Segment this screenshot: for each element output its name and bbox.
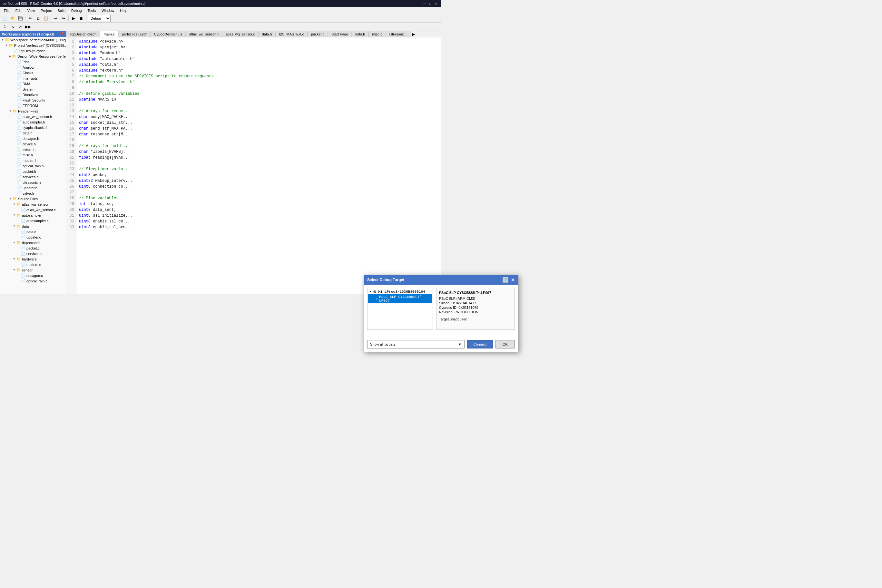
tree-item-header_files[interactable]: ▼📁Header Files	[0, 108, 66, 114]
tab-cybootasmgnu-s[interactable]: CyBootAsmGnu.s	[150, 31, 186, 37]
tree-item-services_c[interactable]: 📄services.c	[0, 251, 66, 256]
tree-item-updater_h[interactable]: 📄updater.h	[0, 185, 66, 190]
tree-item-dma[interactable]: 📄DMA	[0, 81, 66, 86]
label-optical_rain_h: optical_rain.h	[22, 164, 44, 168]
tree-arrow-sensor_grp: ▼	[13, 268, 15, 272]
tab-topdesign-cysch[interactable]: TopDesign.cysch	[66, 31, 100, 37]
menu-item-window[interactable]: Window	[99, 8, 117, 13]
tab-ultrasonic---[interactable]: ultrasonic...	[386, 31, 411, 37]
stop-btn[interactable]: ⏹	[78, 15, 85, 22]
select-debug-target-dialog[interactable]: Select Debug Target ? ✕ ▼ 🔌 MiniProg3/16…	[364, 274, 441, 294]
tree-item-analog[interactable]: 📄Analog	[0, 64, 66, 70]
tree-item-data_grp[interactable]: ▼📁data	[0, 224, 66, 229]
menu-item-debug[interactable]: Debug	[69, 8, 84, 13]
dialog-tree[interactable]: ▼ 🔌 MiniProg3/1636B8000164 ◆ PSoC 5LP CY…	[367, 288, 433, 294]
tab-data-h[interactable]: data.h	[258, 31, 276, 37]
cut-btn[interactable]: ✂	[27, 15, 34, 22]
tree-item-flash_security[interactable]: 📄Flash Security	[0, 98, 66, 103]
tree-item-atlas_wq_sensor_c[interactable]: 📄atlas_wq_sensor.c	[0, 207, 66, 213]
tree-arrow-source_files: ▼	[9, 197, 12, 200]
menu-item-build[interactable]: Build	[55, 8, 68, 13]
tree-item-autosampler_c[interactable]: 📄autosampler.c	[0, 218, 66, 224]
tree-item-directives[interactable]: 📄Directives	[0, 92, 66, 98]
tree-item-workspace[interactable]: ▼📁Workspace 'perfect-cell-000' (1 Proje.…	[0, 37, 66, 42]
tree-item-atlas_wq_sensor_grp[interactable]: ▼📁atlas_wq_sensor	[0, 201, 66, 207]
tree-item-optical_rain_h[interactable]: 📄optical_rain.h	[0, 163, 66, 169]
tree-item-cyapicallbacks_h[interactable]: 📄cyapicallbacks.h	[0, 125, 66, 130]
config-dropdown[interactable]: Debug Release	[88, 15, 111, 22]
tree-item-autosampler_grp[interactable]: ▼📁autosampler	[0, 213, 66, 218]
minimize-btn[interactable]: ─	[422, 1, 427, 6]
build-btn[interactable]: ▶	[70, 15, 77, 22]
copy-btn[interactable]: ⧉	[34, 15, 42, 22]
redo-btn[interactable]: ↪	[60, 15, 67, 22]
save-btn[interactable]: 💾	[17, 15, 24, 22]
tree-item-design_wide[interactable]: ▶📁Design Wide Resources (perfe...	[0, 54, 66, 59]
tree-item-extern_h[interactable]: 📄extern.h	[0, 147, 66, 152]
step-into-btn[interactable]: ↘	[9, 23, 16, 30]
tree-item-packet_c[interactable]: 📄packet.c	[0, 245, 66, 251]
sidebar-content[interactable]: ▼📁Workspace 'perfect-cell-000' (1 Proje.…	[0, 37, 66, 294]
tree-item-optical_rain_c[interactable]: 📄optical_rain.c	[0, 278, 66, 284]
tree-item-updater_c[interactable]: 📄updater.c	[0, 234, 66, 240]
tree-item-data_c[interactable]: 📄data.c	[0, 229, 66, 234]
tree-item-eeprom[interactable]: 📄EEPROM	[0, 103, 66, 108]
tree-item-modem_c[interactable]: 📄modem.c	[0, 262, 66, 267]
tree-item-valve_h[interactable]: 📄valve.h	[0, 190, 66, 196]
tree-item-pins[interactable]: 📄Pins	[0, 59, 66, 64]
tree-item-decagon_c[interactable]: 📄decagon.c	[0, 273, 66, 278]
label-device_h: device.h	[22, 142, 36, 146]
tree-item-deprecated_grp[interactable]: ▼📁deprecated	[0, 240, 66, 245]
step-out-btn[interactable]: ↗	[17, 23, 24, 30]
label-autosampler_grp: autosampler	[22, 213, 42, 217]
menu-item-edit[interactable]: Edit	[13, 8, 24, 13]
tree-item-atlas_wq_sensor_h[interactable]: 📄atlas_wq_sensor.h	[0, 114, 66, 119]
tree-item-misc_h[interactable]: 📄misc.h	[0, 152, 66, 158]
tree-item-clocks[interactable]: 📄Clocks	[0, 70, 66, 75]
tree-item-hardware_grp[interactable]: ▼📁hardware	[0, 256, 66, 262]
tab-data-h[interactable]: data.h	[352, 31, 369, 37]
tab-atlas-wq-sensor-h[interactable]: atlas_wq_sensor.h	[186, 31, 222, 37]
tab-packet-c[interactable]: packet.c	[308, 31, 328, 37]
tab-misc-c[interactable]: misc.c	[369, 31, 386, 37]
menu-item-file[interactable]: File	[1, 8, 12, 13]
code-editor[interactable]: 1 2 3 4 5 6 7 8 9 10 11 12 13 14 15 16 1…	[66, 38, 441, 294]
tree-item-ultrasonic_h[interactable]: 📄ultrasonic.h	[0, 180, 66, 185]
tree-item-services_h[interactable]: 📄services.h	[0, 174, 66, 180]
tree-item-autosampler_h[interactable]: 📄autosampler.h	[0, 119, 66, 125]
tree-item-decagon_h[interactable]: 📄decagon.h	[0, 136, 66, 141]
dialog-tree-item-miniprog[interactable]: ▼ 🔌 MiniProg3/1636B8000164	[368, 289, 432, 294]
continue-btn[interactable]: ▶▶	[24, 23, 32, 30]
menu-item-project[interactable]: Project	[38, 8, 54, 13]
tab-main-c[interactable]: main.c	[100, 31, 118, 37]
icon-packet_c: 📄	[21, 246, 26, 250]
tab-i2c-master-c[interactable]: I2C_MASTER.c	[275, 31, 308, 37]
icon-modem_c: 📄	[21, 262, 26, 267]
tree-item-sensor_grp[interactable]: ▼📁sensor	[0, 267, 66, 273]
tab-perfect-cell-cydr[interactable]: perfect-cell.cydr	[118, 31, 150, 37]
tree-item-packet_h[interactable]: 📄packet.h	[0, 169, 66, 174]
close-btn[interactable]: ✕	[434, 1, 438, 6]
tree-item-interrupts[interactable]: 📄Interrupts	[0, 75, 66, 81]
menu-item-view[interactable]: View	[25, 8, 38, 13]
tab-start-page[interactable]: Start Page	[328, 31, 352, 37]
tree-item-data_h[interactable]: 📄data.h	[0, 130, 66, 136]
step-over-btn[interactable]: ⤵	[1, 23, 8, 30]
tree-item-topdesign[interactable]: 📄TopDesign.cysch	[0, 48, 66, 54]
maximize-btn[interactable]: □	[428, 1, 433, 6]
paste-btn[interactable]: 📋	[42, 15, 50, 22]
tree-item-device_h[interactable]: 📄device.h	[0, 141, 66, 147]
menu-item-help[interactable]: Help	[117, 8, 130, 13]
code-content[interactable]: #include <device.h> #include <project.h>…	[76, 38, 441, 294]
tab-atlas-wq-sensor-c[interactable]: atlas_wq_sensor.c	[222, 31, 258, 37]
open-btn[interactable]: 📂	[9, 15, 16, 22]
tree-item-project[interactable]: ▼📁Project 'perfect-cell' [CY8C5888...	[0, 42, 66, 48]
tab-scroll-right-btn[interactable]: ▶	[411, 32, 416, 37]
tree-item-source_files[interactable]: ▼📁Source Files	[0, 196, 66, 201]
tree-item-modem_h[interactable]: 📄modem.h	[0, 158, 66, 163]
tree-arrow-data_grp: ▼	[13, 225, 15, 228]
new-btn[interactable]: 📄	[1, 15, 8, 22]
menu-item-tools[interactable]: Tools	[85, 8, 99, 13]
undo-btn[interactable]: ↩	[52, 15, 59, 22]
tree-item-system[interactable]: 📄System	[0, 86, 66, 92]
